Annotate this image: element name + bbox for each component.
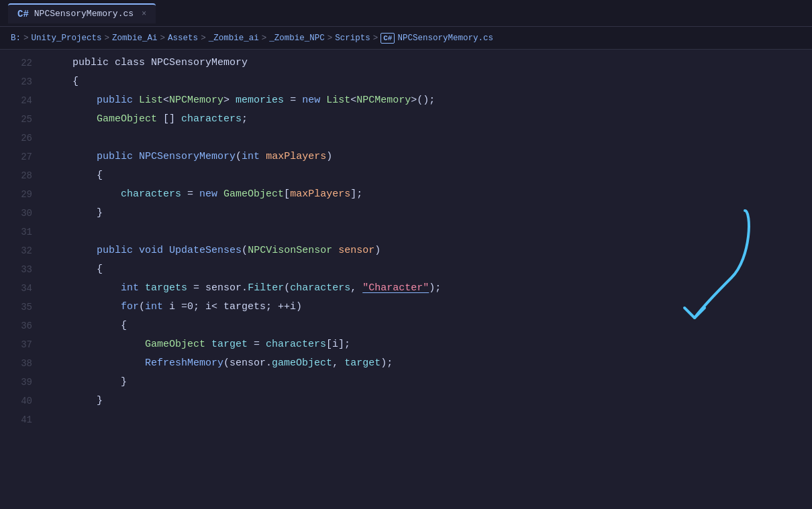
token: ); [429,279,441,298]
line-number: 34 [0,279,32,298]
breadcrumb-part-1[interactable]: Zombie_Ai [112,34,158,43]
token: characters [266,335,326,354]
token: ( [139,298,145,317]
line-number: 24 [0,91,32,110]
code-line: { [48,317,812,335]
token: NPCMemory [356,91,411,110]
token: . [266,354,272,373]
token: , [350,279,362,298]
token: [i]; [326,335,350,354]
line-number: 25 [0,110,32,129]
token: new [199,185,217,204]
code-line: for(int i =0; i< targets; ++i) [48,298,812,317]
breadcrumb: B: > Unity_Projects > Zombie_Ai > Assets… [0,27,812,50]
code-line [48,129,812,148]
line-number: 22 [0,54,32,72]
line-number: 26 [0,129,32,148]
token: int [121,279,139,298]
token [48,279,121,298]
token: sensor [205,279,242,298]
code-line [48,223,812,241]
code-line: characters = new GameObject[maxPlayers]; [48,185,812,204]
line-number: 28 [0,166,32,185]
token: public [97,91,133,110]
line-number: 37 [0,335,32,354]
token: Filter [248,279,284,298]
token: RefreshMemory [145,354,223,373]
token: "Character" [362,279,429,298]
tab-filename: NPCSensoryMemory.cs [34,9,134,19]
breadcrumb-part-3[interactable]: _Zombie_ai [209,34,259,43]
line-numbers: 2223242526272829303132333435363738394041 [0,50,40,509]
token [48,354,145,373]
token [320,91,326,110]
code-editor: 2223242526272829303132333435363738394041… [0,50,812,509]
token [139,279,145,298]
token [205,335,211,354]
file-tab[interactable]: C# NPCSensoryMemory.cs × [8,3,156,23]
token: List [326,91,350,110]
token [133,91,139,110]
token: >(); [411,91,435,110]
line-number: 40 [0,392,32,410]
token: characters [181,110,242,129]
breadcrumb-part-0[interactable]: Unity_Projects [32,34,102,43]
token: { [48,166,103,185]
token: maxPlayers [290,185,350,204]
token: ) [326,148,332,166]
token: = [284,91,302,110]
code-line: { [48,166,812,185]
token: { [48,72,79,91]
token: NPCVisonSensor [248,241,332,260]
token: int [242,148,260,166]
token: targets [145,279,187,298]
code-line: RefreshMemory(sensor.gameObject, target)… [48,354,812,373]
code-line: public NPCSensoryMemory(int maxPlayers) [48,148,812,166]
token: ( [242,241,248,260]
token: GameObject [145,335,205,354]
code-line: public void UpdateSenses(NPCVisonSensor … [48,241,812,260]
token: > [223,91,236,110]
token [163,241,169,260]
token: sensor [338,241,374,260]
breadcrumb-filename: NPCSensoryMemory.cs [397,34,493,43]
token [48,110,97,129]
token: public [97,148,133,166]
token: . [242,279,248,298]
token [260,148,266,166]
breadcrumb-part-4[interactable]: _Zombie_NPC [269,34,325,43]
token: List [139,91,163,110]
breadcrumb-part-2[interactable]: Assets [168,34,198,43]
token: ; [242,110,248,129]
token [48,335,145,354]
breadcrumb-sep-0: > [23,34,29,43]
line-number: 27 [0,148,32,166]
breadcrumb-part-5[interactable]: Scripts [335,34,370,43]
token: GameObject [223,185,284,204]
token: [ [284,185,290,204]
token: < [350,91,356,110]
code-content[interactable]: public class NPCSensoryMemory { public L… [40,50,812,509]
line-number: 38 [0,354,32,373]
token: UpdateSenses [169,241,242,260]
line-number: 23 [0,72,32,91]
line-number: 35 [0,298,32,317]
token: for [121,298,139,317]
tab-close-button[interactable]: × [142,9,146,19]
token: public [97,241,133,260]
token [48,185,121,204]
line-number: 36 [0,317,32,335]
line-number: 29 [0,185,32,204]
token: ( [284,279,290,298]
token [48,91,97,110]
token: target [211,335,248,354]
token [133,241,139,260]
token: } [48,392,103,410]
token: characters [121,185,181,204]
token: { [48,260,103,279]
code-line: public class NPCSensoryMemory [48,54,812,72]
line-number: 41 [0,410,32,429]
csharp-tab-icon: C# [17,9,29,19]
token: NPCMemory [169,91,223,110]
token: characters [290,279,350,298]
